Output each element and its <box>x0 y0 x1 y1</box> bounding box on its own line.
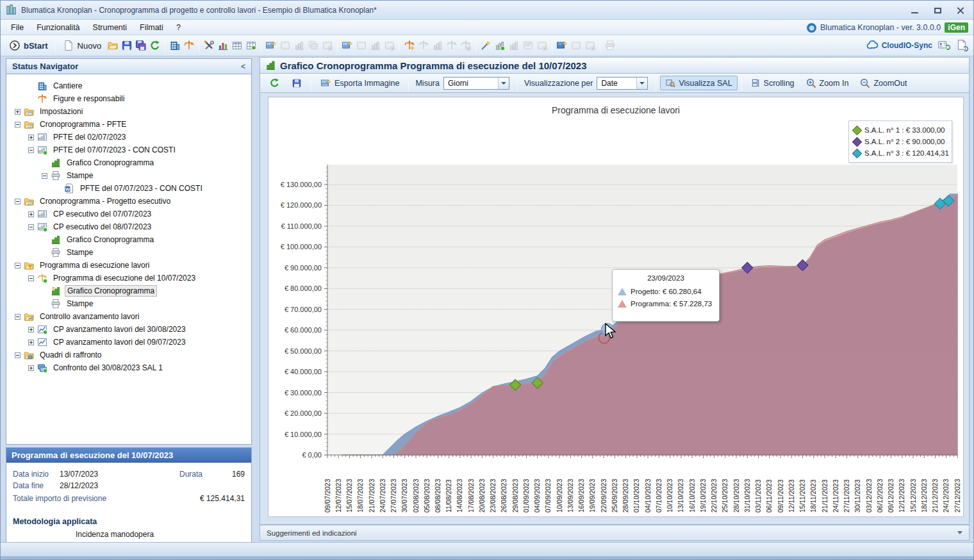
sync-documenti-button[interactable] <box>955 38 968 53</box>
tree-item[interactable]: Confronto del 30/08/2023 SAL 1 <box>6 361 251 374</box>
tree-item[interactable]: Programma di esecuzione lavori <box>6 259 251 272</box>
data-inizio-label: Data inizio <box>13 470 49 479</box>
visualizzazione-select[interactable]: Date <box>597 77 648 90</box>
open-button[interactable] <box>106 38 120 53</box>
suggestions-bar[interactable]: Suggerimenti ed indicazioni <box>260 525 970 541</box>
tree-item[interactable]: Stampe <box>6 246 251 259</box>
menu-item-filmati[interactable]: Filmati <box>133 21 170 34</box>
nuovo-button[interactable]: Nuovo <box>58 38 106 53</box>
tree-expander-icon[interactable] <box>15 199 21 204</box>
tree-item[interactable]: Cronoprogramma - PFTE <box>6 118 251 131</box>
totale-importo-value: € 125.414,31 <box>200 494 245 503</box>
minimize-icon[interactable] <box>905 4 923 16</box>
tree-item[interactable]: Figure e responsabili <box>6 92 251 105</box>
tree-item[interactable]: Controllo avanzamento lavori <box>6 310 251 323</box>
zoom-out-button[interactable]: ZoomOut <box>855 76 912 91</box>
tree-item-label: Stampe <box>65 247 95 258</box>
tree-expander-icon[interactable] <box>15 352 21 358</box>
tree-expander-icon[interactable] <box>28 224 34 230</box>
tree-expander-icon[interactable] <box>28 135 34 140</box>
grafici-button[interactable] <box>216 38 230 53</box>
chart-refresh-button[interactable] <box>264 75 285 91</box>
tree-item[interactable]: WPFTE del 07/07/2023 - CON COSTI <box>6 182 251 195</box>
svg-text:18/07/2023: 18/07/2023 <box>356 479 364 513</box>
menu-item-funzionalit[interactable]: Funzionalità <box>30 21 86 34</box>
svg-text:07/09/2023: 07/09/2023 <box>544 479 552 513</box>
tree-item[interactable]: Stampe <box>6 297 251 310</box>
tree-expander-icon[interactable] <box>28 365 34 371</box>
svg-text:€ 40.000,00: € 40.000,00 <box>285 368 322 375</box>
tree-expander-icon[interactable] <box>15 122 21 128</box>
chevron-down-icon[interactable] <box>957 531 962 534</box>
refresh-button[interactable] <box>148 38 162 53</box>
scrolling-label: Scrolling <box>764 79 795 88</box>
nuovo-esecutivo-button[interactable] <box>340 38 354 53</box>
tree-item[interactable]: Impostazioni <box>6 105 251 118</box>
app-info-icon: ⊕ <box>807 23 816 33</box>
menu-item-strumenti[interactable]: Strumenti <box>87 21 134 34</box>
tree-expander-icon[interactable] <box>28 211 34 217</box>
nuovo-programma-button[interactable] <box>402 38 417 53</box>
tree-item[interactable]: CP avanzamento lavori del 30/08/2023 <box>6 323 251 336</box>
tree-expander-icon[interactable] <box>28 327 34 333</box>
crane-icon <box>37 94 48 104</box>
duplica-pfte-button <box>306 38 320 53</box>
tabella-button[interactable] <box>230 38 244 53</box>
chevron-left-icon[interactable]: < <box>241 62 245 71</box>
tree-item[interactable]: PFTE del 02/07/2023 <box>6 131 251 144</box>
tree-item[interactable]: Stampe <box>6 169 251 182</box>
tree-expander-icon[interactable] <box>28 276 34 281</box>
risorse-button[interactable] <box>244 38 258 53</box>
tree-expander-icon[interactable] <box>15 109 21 115</box>
esporta-immagine-button[interactable]: Esporta Immagine <box>315 76 404 91</box>
zoom-in-button[interactable]: Zoom In <box>801 76 854 91</box>
svg-text:10/09/2023: 10/09/2023 <box>556 479 563 513</box>
sync-contatti-button[interactable] <box>937 38 950 53</box>
tree-item[interactable]: PFTE del 07/07/2023 - CON COSTI <box>6 144 251 156</box>
misura-select[interactable]: Giorni <box>443 77 509 90</box>
tree-item[interactable]: Grafico Cronoprogramma <box>6 156 251 169</box>
visualizzazione-dropdown-icon[interactable] <box>636 78 647 89</box>
tree-item[interactable]: CP esecutivo del 07/07/2023 <box>6 208 251 220</box>
tree-item[interactable]: Cronoprogramma - Progetto esecutivo <box>6 195 251 208</box>
tree-item[interactable]: Quadri di raffronto <box>6 349 251 361</box>
confronto-green-icon <box>37 363 48 373</box>
tree-expander-icon[interactable] <box>15 263 21 268</box>
menu-item-file[interactable]: File <box>4 21 30 34</box>
svg-text:06/11/2023: 06/11/2023 <box>765 479 773 513</box>
chart-img-icon <box>37 209 48 219</box>
figure-responsabili-button[interactable] <box>182 38 196 53</box>
save-button[interactable] <box>120 38 134 53</box>
mouse-cursor-icon <box>604 323 618 340</box>
save-all-button[interactable] <box>134 38 148 53</box>
nuovo-confronto-button[interactable] <box>555 38 569 53</box>
avanzamento-attivo-button[interactable] <box>493 38 507 53</box>
scrolling-button[interactable]: Scrolling <box>746 76 800 90</box>
tree-item[interactable]: CP avanzamento lavori del 09/07/2023 <box>6 336 251 349</box>
legend-label: S.A.L. n° 3 : € 120.414,31 <box>864 149 949 157</box>
tree-expander-icon[interactable] <box>28 340 34 345</box>
chart-save-button[interactable] <box>286 76 307 91</box>
nuovo-avanzamento-button[interactable] <box>479 38 493 53</box>
bstart-button[interactable]: bStart <box>4 38 53 53</box>
visualizza-sal-button[interactable]: Visualizza SAL <box>660 76 737 90</box>
svg-text:€ 80.000,00: € 80.000,00 <box>285 284 322 292</box>
cantiere-button[interactable] <box>168 38 182 53</box>
tree-item[interactable]: CP esecutivo del 08/07/2023 <box>6 220 251 233</box>
tree-item[interactable]: Cantiere <box>6 79 251 92</box>
nuovo-pfte-button[interactable] <box>264 38 278 53</box>
tree-item[interactable]: Grafico Cronoprogramma <box>6 233 251 246</box>
impostazioni-button[interactable] <box>202 38 216 53</box>
menu-item-?[interactable]: ? <box>170 21 187 34</box>
misura-dropdown-icon[interactable] <box>498 78 509 89</box>
tree-expander-icon[interactable] <box>28 147 34 153</box>
tree-expander-icon[interactable] <box>42 173 47 179</box>
close-icon[interactable] <box>952 4 970 16</box>
chart-panel-header: Grafico Cronoprogramma Programma di esec… <box>260 57 970 74</box>
tree-item[interactable]: Grafico Cronoprogramma <box>6 284 251 297</box>
maximize-icon[interactable] <box>929 4 946 16</box>
modifica-pfte-button <box>278 38 292 53</box>
cloudio-sync-button[interactable]: CloudIO-Sync <box>866 38 932 53</box>
tree-item[interactable]: Programma di esecuzione del 10/07/2023 <box>6 272 251 284</box>
tree-expander-icon[interactable] <box>15 314 21 320</box>
